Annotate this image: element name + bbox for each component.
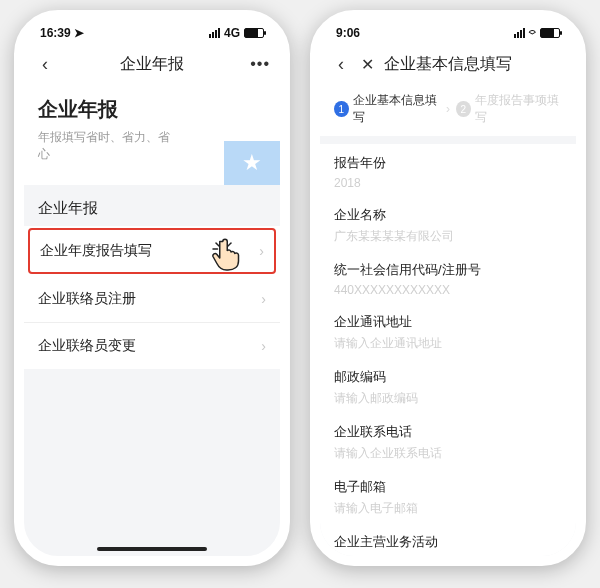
hero-title: 企业年报 bbox=[38, 96, 266, 123]
close-icon[interactable]: ✕ bbox=[356, 55, 378, 74]
home-indicator[interactable] bbox=[97, 547, 207, 551]
field-value: 440XXXXXXXXXXXX bbox=[334, 283, 562, 297]
field-main-business[interactable]: 企业主营业务活动 请输入企业主营业务活动 bbox=[320, 523, 576, 556]
field-value: 广东某某某某有限公司 bbox=[334, 228, 562, 245]
step-one-label: 企业基本信息填写 bbox=[353, 92, 440, 126]
battery-icon bbox=[540, 28, 560, 38]
field-credit-code[interactable]: 统一社会信用代码/注册号 440XXXXXXXXXXXX bbox=[320, 251, 576, 303]
chevron-right-icon: › bbox=[259, 243, 264, 259]
field-email[interactable]: 电子邮箱 请输入电子邮箱 bbox=[320, 468, 576, 523]
field-label: 报告年份 bbox=[334, 154, 562, 172]
star-icon: ★ bbox=[224, 141, 280, 185]
hero-subtitle: 年报填写省时、省力、省心 bbox=[38, 129, 178, 163]
menu-item-contact-register[interactable]: 企业联络员注册 › bbox=[24, 276, 280, 323]
step-separator-icon: › bbox=[446, 102, 450, 116]
field-label: 企业名称 bbox=[334, 206, 562, 224]
status-time: 16:39 bbox=[40, 26, 71, 40]
field-value: 请输入企业通讯地址 bbox=[334, 335, 562, 352]
status-time: 9:06 bbox=[336, 26, 360, 40]
hero: 企业年报 年报填写省时、省力、省心 ★ bbox=[24, 82, 280, 185]
pointer-hand-icon bbox=[210, 238, 240, 272]
more-icon[interactable]: ••• bbox=[250, 55, 270, 73]
nav-title: 企业年报 bbox=[24, 54, 280, 75]
form: 报告年份 2018 企业名称 广东某某某某有限公司 统一社会信用代码/注册号 4… bbox=[320, 144, 576, 556]
field-value: 请输入企业联系电话 bbox=[334, 445, 562, 462]
signal-icon bbox=[209, 28, 220, 38]
field-label: 企业通讯地址 bbox=[334, 313, 562, 331]
status-bar: 9:06 ⌔ bbox=[320, 20, 576, 46]
svg-line-0 bbox=[216, 243, 219, 246]
field-label: 企业联系电话 bbox=[334, 423, 562, 441]
step-indicator: 1 企业基本信息填写 › 2 年度报告事项填写 bbox=[320, 82, 576, 136]
chevron-right-icon: › bbox=[261, 338, 266, 354]
field-address[interactable]: 企业通讯地址 请输入企业通讯地址 bbox=[320, 303, 576, 358]
battery-icon bbox=[244, 28, 264, 38]
section-header: 企业年报 bbox=[24, 185, 280, 226]
signal-icon bbox=[514, 28, 525, 38]
field-value: 请输入企业主营业务活动 bbox=[334, 555, 562, 556]
field-report-year[interactable]: 报告年份 2018 bbox=[320, 144, 576, 196]
navbar: ‹ 企业年报 ••• bbox=[24, 46, 280, 82]
screen: 1 企业基本信息填写 › 2 年度报告事项填写 报告年份 2018 企业名称 广… bbox=[320, 82, 576, 556]
field-value: 请输入电子邮箱 bbox=[334, 500, 562, 517]
step-two-label: 年度报告事项填写 bbox=[475, 92, 562, 126]
field-label: 电子邮箱 bbox=[334, 478, 562, 496]
field-label: 邮政编码 bbox=[334, 368, 562, 386]
menu-list: 企业年度报告填写 › 企业联络员注册 › 企业联络员 bbox=[24, 226, 280, 369]
svg-line-1 bbox=[228, 243, 231, 246]
navbar: ‹ ✕ 企业基本信息填写 bbox=[320, 46, 576, 82]
status-bar: 16:39 ➤ 4G bbox=[24, 20, 280, 46]
field-postal-code[interactable]: 邮政编码 请输入邮政编码 bbox=[320, 358, 576, 413]
step-one-dot: 1 bbox=[334, 101, 349, 117]
back-icon[interactable]: ‹ bbox=[34, 54, 56, 75]
field-company-name[interactable]: 企业名称 广东某某某某有限公司 bbox=[320, 196, 576, 251]
menu-item-contact-change[interactable]: 企业联络员变更 › bbox=[24, 323, 280, 369]
menu-item-label: 企业年度报告填写 bbox=[40, 242, 152, 260]
back-icon[interactable]: ‹ bbox=[330, 54, 352, 75]
field-value: 请输入邮政编码 bbox=[334, 390, 562, 407]
menu-item-label: 企业联络员变更 bbox=[38, 337, 136, 355]
chevron-right-icon: › bbox=[261, 291, 266, 307]
step-two-dot: 2 bbox=[456, 101, 471, 117]
field-label: 企业主营业务活动 bbox=[334, 533, 562, 551]
phone-left: 16:39 ➤ 4G ‹ 企业年报 ••• 企业年报 年报填写省时、省力、省心 … bbox=[14, 10, 290, 566]
menu-item-annual-report[interactable]: 企业年度报告填写 › bbox=[28, 228, 276, 274]
wifi-icon: ⌔ bbox=[529, 27, 536, 39]
phone-right: 9:06 ⌔ ‹ ✕ 企业基本信息填写 1 企业基本信息填写 › 2 年度报告事… bbox=[310, 10, 586, 566]
location-icon: ➤ bbox=[74, 26, 84, 40]
network-label: 4G bbox=[224, 26, 240, 40]
field-value: 2018 bbox=[334, 176, 562, 190]
menu-item-label: 企业联络员注册 bbox=[38, 290, 136, 308]
screen: 企业年报 年报填写省时、省力、省心 ★ 企业年报 企业年度报告填写 › bbox=[24, 82, 280, 556]
field-label: 统一社会信用代码/注册号 bbox=[334, 261, 562, 279]
field-phone[interactable]: 企业联系电话 请输入企业联系电话 bbox=[320, 413, 576, 468]
